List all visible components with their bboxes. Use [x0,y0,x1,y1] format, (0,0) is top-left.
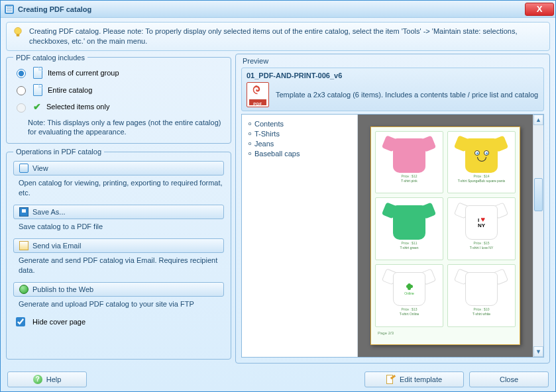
document-icon [33,84,42,96]
radio-entire-catalog-label: Entire catalog [48,86,92,94]
hide-cover-label: Hide cover page [32,318,85,326]
template-description: Template a 2x3 catalog (6 items). Includ… [276,91,539,99]
edit-template-button[interactable]: Edit template [364,371,464,387]
save-desc: Save catalog to a PDF file [19,222,224,232]
view-icon [19,164,28,173]
catalog-card: Price : $12 T-shirt pink [375,131,443,194]
window-close-button[interactable]: X [525,3,554,16]
lightbulb-icon [12,26,24,38]
scroll-track[interactable] [533,125,543,346]
edit-icon [386,375,396,384]
radio-selected-items-label: Selected items only [46,103,109,111]
svg-point-0 [15,28,22,35]
toc-item[interactable]: Contents [249,120,351,128]
page-number: Page 2/3 [375,331,516,340]
toc-item[interactable]: Jeans [249,140,351,148]
includes-legend: PDF catalog includes [13,54,87,62]
edit-template-button-label: Edit template [400,375,442,383]
save-as-button-label: Save As... [32,208,66,216]
close-button-label: Close [500,375,518,383]
hide-cover-checkbox[interactable] [16,317,25,326]
pdf-icon [247,82,269,107]
catalog-card: I ♥NY Price : $15 T-shirt I love NY [447,197,516,260]
page-render-area[interactable]: Price : $12 T-shirt pink Price : $14 T-s… [358,115,533,357]
publish-desc: Generate and upload PDF catalog to your … [19,299,224,309]
includes-note: Note: This displays only a few pages (no… [28,118,224,137]
radio-selected-items-input[interactable] [17,103,26,113]
preview-panel: Preview 01_PDF-AND-PRINT-006_v6 Template… [235,54,550,364]
help-button-label: Help [46,375,62,383]
help-icon: ? [33,375,42,384]
toc-item[interactable]: Baseball caps [249,150,351,158]
hide-cover-checkbox-row[interactable]: Hide cover page [13,315,224,328]
send-email-button[interactable]: Send via Email [13,238,224,253]
radio-entire-catalog-input[interactable] [17,86,26,95]
publish-web-button[interactable]: Publish to the Web [13,282,224,297]
template-name: 01_PDF-AND-PRINT-006_v6 [247,72,539,79]
window-title: Creating PDF catalog [18,5,525,13]
titlebar: Creating PDF catalog X [1,1,555,18]
preview-frame: Contents T-Shirts Jeans Baseball caps Pr… [241,114,544,358]
bottom-button-bar: ? Help Edit template Close [1,369,555,392]
info-text: Creating PDF catalog. Please note: To pr… [29,26,544,46]
catalog-card: Price : $10 T-shirt white [447,264,516,327]
toc-item[interactable]: T-Shirts [249,130,351,138]
mail-icon [19,241,28,250]
help-button[interactable]: ? Help [7,371,87,387]
scroll-down-button[interactable]: ▼ [533,346,543,357]
view-button-label: View [32,164,48,172]
publish-web-button-label: Publish to the Web [32,285,93,293]
operations-legend: Operations in PDF catalog [13,148,104,156]
info-bar: Creating PDF catalog. Please note: To pr… [6,22,550,51]
app-icon [5,5,14,14]
catalog-card: Online Price : $13 T-shirt Online [375,264,443,327]
email-desc: Generate and send PDF catalog via Email.… [19,256,224,275]
scroll-thumb[interactable] [534,178,543,211]
preview-legend: Preview [243,57,544,65]
close-button[interactable]: Close [469,371,549,387]
catalog-card: Price : $11 T-shirt green [375,197,443,260]
view-desc: Open catalog for viewing, printing, expo… [19,178,224,198]
radio-current-group[interactable]: Items of current group [13,67,224,79]
catalog-card: Price : $14 T-shirt SpongeBob square pan… [447,131,516,194]
document-icon [33,67,42,79]
radio-entire-catalog[interactable]: Entire catalog [13,84,224,96]
dialog-window: Creating PDF catalog X Creating PDF cata… [0,0,556,392]
checkmark-icon: ✔ [33,101,41,112]
svg-rect-1 [17,34,20,36]
scroll-up-button[interactable]: ▲ [533,115,543,125]
globe-icon [19,285,28,294]
operations-group: Operations in PDF catalog View Open cata… [6,148,231,359]
toc-panel: Contents T-Shirts Jeans Baseball caps [242,115,358,357]
includes-group: PDF catalog includes Items of current gr… [6,54,231,144]
view-button[interactable]: View [13,161,224,175]
radio-current-group-input[interactable] [17,69,26,78]
send-email-button-label: Send via Email [32,242,81,250]
save-as-button[interactable]: Save As... [13,205,224,219]
template-header[interactable]: 01_PDF-AND-PRINT-006_v6 Template a 2x3 c… [241,68,544,111]
save-icon [19,207,28,217]
preview-scrollbar[interactable]: ▲ ▼ [533,115,543,357]
radio-selected-items[interactable]: ✔ Selected items only [13,101,224,113]
radio-current-group-label: Items of current group [48,69,119,77]
catalog-page: Price : $12 T-shirt pink Price : $14 T-s… [370,126,520,345]
